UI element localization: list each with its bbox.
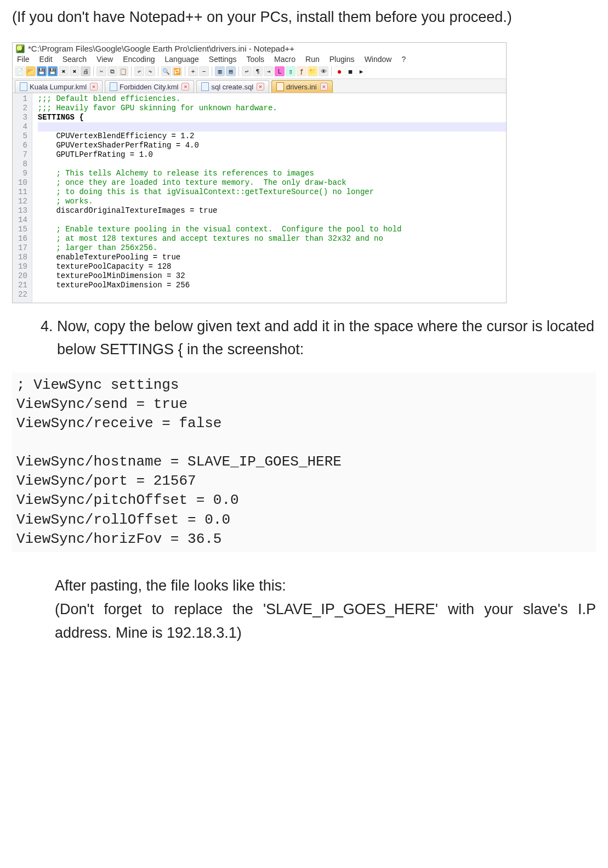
show-all-icon[interactable]: ¶	[253, 66, 263, 76]
open-icon[interactable]: 📂	[26, 66, 36, 76]
zoom-in-icon[interactable]: +	[188, 66, 198, 76]
line-number: 2	[18, 104, 27, 113]
code-line: enableTexturePooling = true	[38, 253, 506, 262]
line-number: 5	[18, 132, 27, 141]
toolbar-separator	[331, 66, 332, 76]
close-all-icon[interactable]: ✖	[70, 66, 79, 76]
line-number: 9	[18, 169, 27, 178]
tab-kuala-lumpur-kml[interactable]: Kuala Lumpur.kml×	[15, 80, 103, 93]
stop-icon[interactable]: ■	[345, 66, 355, 76]
code-line: SETTINGS {	[38, 113, 506, 122]
file-icon	[276, 82, 284, 91]
line-number-gutter: 12345678910111213141516171819202122	[13, 93, 32, 303]
line-number: 7	[18, 150, 27, 160]
toolbar-separator	[131, 66, 132, 76]
wordwrap-icon[interactable]: ↩	[242, 66, 252, 76]
close-icon[interactable]: ✖	[59, 66, 69, 76]
cut-icon[interactable]: ✂	[96, 66, 106, 76]
close-icon[interactable]: ×	[181, 83, 189, 90]
tab-sql-create-sql[interactable]: sql create.sql×	[196, 80, 269, 93]
code-line: texturePoolMinDimension = 32	[38, 271, 506, 281]
monitor-icon[interactable]: 👁	[319, 66, 328, 76]
code-line: discardOriginalTextureImages = true	[38, 206, 506, 215]
code-line: CPUVertexBlendEfficiency = 1.2	[38, 132, 506, 141]
find-icon[interactable]: 🔍	[161, 66, 171, 76]
folder-icon[interactable]: 📁	[308, 66, 317, 76]
close-icon[interactable]: ×	[320, 83, 328, 90]
code-line: ; Enable texture pooling in the visual c…	[38, 225, 506, 234]
step-4-text: 4. Now, copy the below given text and ad…	[41, 315, 596, 361]
sync-v-icon[interactable]: ▥	[215, 66, 225, 76]
menu-file[interactable]: File	[17, 55, 30, 64]
menu-macro[interactable]: Macro	[274, 55, 296, 64]
tab-label: Forbidden City.kml	[120, 83, 178, 91]
func-list-icon[interactable]: ƒ	[297, 66, 306, 76]
code-line	[38, 160, 506, 169]
redo-icon[interactable]: ↷	[145, 66, 155, 76]
toolbar-separator	[158, 66, 158, 76]
code-line: ; at most 128 textures and accept textur…	[38, 234, 506, 243]
window-title: *C:\Program Files\Google\Google Earth Pr…	[28, 44, 294, 53]
file-icon	[201, 82, 209, 91]
save-all-icon[interactable]: 💾	[48, 66, 58, 76]
code-line: ;;; Heavily favor GPU skinning for unkno…	[38, 104, 506, 113]
code-line: ; works.	[38, 197, 506, 206]
code-line: GPUTLPerfRating = 1.0	[38, 150, 506, 160]
menu-language[interactable]: Language	[165, 55, 199, 64]
menu-tools[interactable]: Tools	[246, 55, 264, 64]
line-number: 22	[18, 290, 27, 299]
code-line: ; larger than 256x256.	[38, 243, 506, 253]
tab-forbidden-city-kml[interactable]: Forbidden City.kml×	[105, 80, 194, 93]
menu-settings[interactable]: Settings	[209, 55, 237, 64]
line-number: 15	[18, 225, 27, 234]
code-line: ;;; Default blend efficiencies.	[38, 94, 506, 104]
tab-drivers-ini[interactable]: drivers.ini×	[271, 80, 333, 93]
new-icon[interactable]: 📄	[15, 66, 25, 76]
undo-icon[interactable]: ↶	[134, 66, 144, 76]
menu-encoding[interactable]: Encoding	[123, 55, 155, 64]
line-number: 13	[18, 206, 27, 215]
play-icon[interactable]: ▶	[356, 66, 366, 76]
menu-[interactable]: ?	[401, 55, 406, 64]
line-number: 17	[18, 243, 27, 253]
record-icon[interactable]: ●	[334, 66, 344, 76]
replace-icon[interactable]: 🔁	[172, 66, 182, 76]
sync-h-icon[interactable]: ▤	[226, 66, 236, 76]
toolbar-separator	[185, 66, 185, 76]
code-line: ; to doing this is that igVisualContext:…	[38, 188, 506, 197]
lang-icon[interactable]: L	[275, 66, 285, 76]
code-line	[38, 290, 506, 299]
line-number: 20	[18, 271, 27, 281]
menu-view[interactable]: View	[96, 55, 113, 64]
line-number: 18	[18, 253, 27, 262]
copy-icon[interactable]: ⧉	[107, 66, 117, 76]
indent-guide-icon[interactable]: ⇥	[264, 66, 274, 76]
toolbar: 📄📂💾💾✖✖🖨✂⧉📋↶↷🔍🔁+−▥▤↩¶⇥L▯ƒ📁👁●■▶	[13, 65, 506, 79]
line-number: 1	[18, 94, 27, 104]
paste-icon[interactable]: 📋	[118, 66, 128, 76]
menu-plugins[interactable]: Plugins	[329, 55, 355, 64]
code-line: ; once they are loaded into texture memo…	[38, 178, 506, 188]
zoom-out-icon[interactable]: −	[199, 66, 209, 76]
menu-run[interactable]: Run	[305, 55, 320, 64]
replace-ip-note: (Don't forget to replace the 'SLAVE_IP_G…	[55, 598, 596, 645]
line-number: 21	[18, 281, 27, 290]
close-icon[interactable]: ×	[90, 83, 98, 90]
tab-label: sql create.sql	[211, 83, 253, 91]
code-line: GPUVertexShaderPerfRating = 4.0	[38, 141, 506, 150]
doc-map-icon[interactable]: ▯	[286, 66, 296, 76]
print-icon[interactable]: 🖨	[81, 66, 90, 76]
menu-edit[interactable]: Edit	[39, 55, 53, 64]
menu-search[interactable]: Search	[62, 55, 87, 64]
menu-bar: FileEditSearchViewEncodingLanguageSettin…	[13, 54, 506, 65]
intro-text: (If you don't have Notepad++ on your PCs…	[12, 5, 596, 29]
line-number: 4	[18, 122, 27, 132]
line-number: 11	[18, 188, 27, 197]
line-number: 8	[18, 160, 27, 169]
save-icon[interactable]: 💾	[37, 66, 47, 76]
menu-window[interactable]: Window	[365, 55, 392, 64]
close-icon[interactable]: ×	[257, 83, 264, 90]
line-number: 19	[18, 262, 27, 271]
tab-label: drivers.ini	[286, 83, 317, 91]
line-number: 14	[18, 215, 27, 225]
